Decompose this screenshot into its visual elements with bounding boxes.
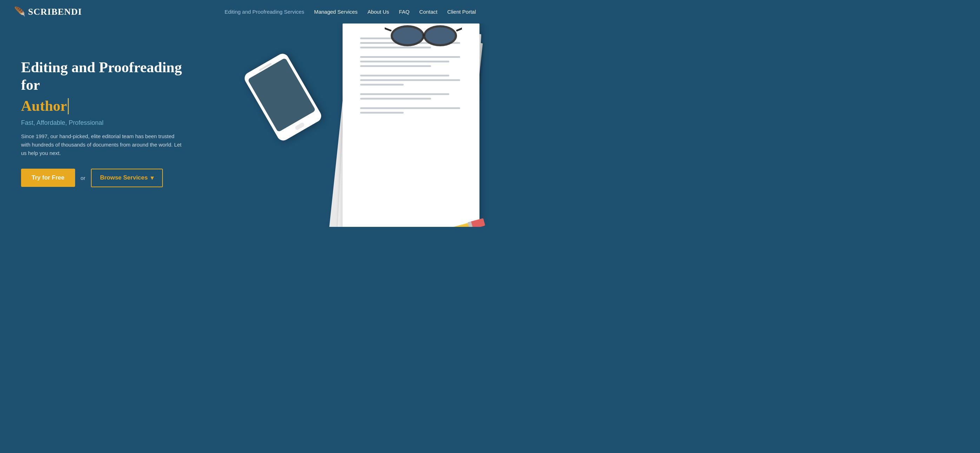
line-group-3 [360,75,469,86]
phone-screen [247,58,315,133]
nav-editing-proofreading[interactable]: Editing and Proofreading Services [224,9,304,15]
phone-body [242,52,323,143]
handwriting-line [360,79,460,81]
pencil-eraser [471,218,485,227]
svg-point-3 [425,27,455,44]
phone-illustration [242,52,323,143]
hero-section: Editing and Proofreading for Author Fast… [0,24,490,227]
handwriting-line [360,112,404,114]
handwriting-line [360,65,431,67]
logo[interactable]: 🪶 SCRIBENDI [14,6,82,17]
typed-word: Author [21,98,67,114]
nav-contact[interactable]: Contact [420,9,438,15]
line-group-4 [360,93,469,100]
handwriting-line [360,107,460,109]
browse-services-label: Browse Services [100,174,148,181]
logo-text: SCRIBENDI [28,7,82,17]
notepad-page-main [342,24,479,227]
try-for-free-button[interactable]: Try for Free [21,169,75,187]
hero-content: Editing and Proofreading for Author Fast… [21,38,204,213]
hero-description: Since 1997, our hand-picked, elite edito… [21,132,183,157]
handwriting-line [360,61,449,62]
main-nav: Editing and Proofreading Services Manage… [224,9,476,15]
notepad-illustration [321,24,483,227]
site-header: 🪶 SCRIBENDI Editing and Proofreading Ser… [0,0,490,24]
svg-line-5 [457,27,462,30]
or-separator: or [81,175,85,181]
cursor-blink [68,98,69,114]
hero-title-line1: Editing and Proofreading for [21,59,204,94]
nav-client-portal[interactable]: Client Portal [447,9,476,15]
svg-point-1 [393,27,422,44]
hero-illustrations [209,24,490,227]
handwriting-line [360,75,449,76]
nav-faq[interactable]: FAQ [399,9,410,15]
nav-managed-services[interactable]: Managed Services [314,9,358,15]
glasses-illustration [385,24,462,49]
handwriting-line [360,56,460,58]
svg-line-4 [385,27,391,30]
nav-about-us[interactable]: About Us [368,9,389,15]
line-group-5 [360,107,469,114]
chevron-down-icon: ▾ [151,174,154,182]
hero-typed-text: Author [21,97,204,114]
hero-tagline: Fast, Affordable, Professional [21,119,204,127]
glasses-svg [385,24,462,48]
phone-home-button [294,122,305,130]
handwriting-line [360,98,431,100]
hero-buttons: Try for Free or Browse Services ▾ [21,169,204,187]
line-group-2 [360,56,469,67]
handwriting-line [360,84,404,86]
feather-icon: 🪶 [14,6,25,17]
browse-services-button[interactable]: Browse Services ▾ [91,169,163,187]
handwriting-line [360,93,449,95]
